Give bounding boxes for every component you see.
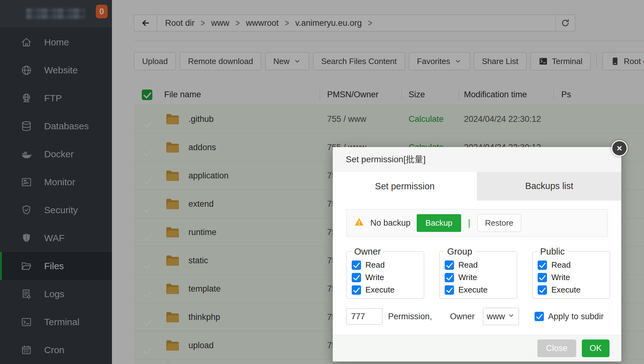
permission-group-legend: Group (445, 247, 475, 257)
permission-label: Permission, (388, 312, 432, 321)
owner-select[interactable]: www (483, 308, 519, 325)
owner-write-checkbox[interactable] (352, 273, 361, 282)
set-permission-dialog: Set permission[批量] Set permission Backup… (333, 147, 621, 362)
option-label: Execute (458, 285, 488, 295)
tab-backups-list[interactable]: Backups list (477, 172, 622, 200)
owner-read-option: Read (352, 260, 424, 270)
public-execute-checkbox[interactable] (538, 285, 547, 295)
close-icon (615, 144, 624, 153)
app-root: 0 HomeWebsiteFTPDatabasesDockerMonitorSe… (0, 0, 644, 364)
group-execute-option: Execute (445, 285, 517, 295)
owner-execute-checkbox[interactable] (352, 285, 361, 295)
ok-button[interactable]: OK (582, 339, 609, 357)
warning-icon (354, 217, 364, 227)
owner-select-value: www (487, 312, 505, 321)
public-execute-option: Execute (538, 285, 610, 295)
permission-form-row: Permission, Owner www Apply to subdir (346, 308, 604, 325)
permission-group-public: PublicReadWriteExecute (532, 247, 610, 299)
close-icon[interactable] (611, 140, 628, 156)
group-write-option: Write (445, 273, 517, 282)
option-label: Write (551, 273, 570, 282)
dialog-body: No backup Backup | Restore OwnerReadWrit… (333, 200, 621, 335)
group-execute-checkbox[interactable] (445, 285, 454, 295)
owner-write-option: Write (352, 273, 424, 282)
option-label: Read (551, 260, 571, 270)
chevron-down-icon (507, 312, 515, 321)
option-label: Write (458, 273, 477, 282)
permission-input[interactable] (346, 308, 382, 325)
backup-separator: | (468, 218, 470, 228)
group-read-option: Read (445, 260, 517, 270)
owner-execute-option: Execute (352, 285, 424, 295)
owner-label: Owner (450, 312, 475, 321)
permission-groups: OwnerReadWriteExecuteGroupReadWriteExecu… (346, 247, 610, 299)
permission-group-legend: Public (538, 247, 567, 257)
option-label: Execute (365, 285, 395, 295)
public-write-checkbox[interactable] (538, 273, 547, 282)
backup-status: No backup (370, 218, 410, 228)
tab-set-permission[interactable]: Set permission (333, 172, 477, 200)
permission-group-legend: Owner (352, 247, 383, 257)
dialog-footer: Close OK (333, 335, 621, 362)
backup-box: No backup Backup | Restore (346, 209, 608, 237)
dialog-tabs: Set permission Backups list (333, 172, 621, 200)
option-label: Read (458, 260, 478, 270)
group-write-checkbox[interactable] (445, 273, 454, 282)
permission-group-group: GroupReadWriteExecute (439, 247, 517, 299)
group-read-checkbox[interactable] (445, 260, 454, 270)
option-label: Write (365, 273, 384, 282)
warning-icon (354, 217, 364, 229)
restore-button[interactable]: Restore (477, 214, 521, 232)
permission-group-owner: OwnerReadWriteExecute (346, 247, 424, 299)
backup-button[interactable]: Backup (417, 214, 461, 232)
public-write-option: Write (538, 273, 610, 282)
owner-read-checkbox[interactable] (352, 260, 361, 270)
public-read-option: Read (538, 260, 610, 270)
apply-to-subdir-checkbox[interactable] (535, 312, 544, 321)
option-label: Read (365, 260, 385, 270)
dialog-title: Set permission[批量] (333, 147, 621, 172)
apply-to-subdir-label: Apply to subdir (548, 312, 604, 321)
cancel-button[interactable]: Close (537, 339, 576, 357)
option-label: Execute (551, 285, 581, 295)
public-read-checkbox[interactable] (538, 260, 547, 270)
chevron-down-icon (507, 312, 515, 319)
